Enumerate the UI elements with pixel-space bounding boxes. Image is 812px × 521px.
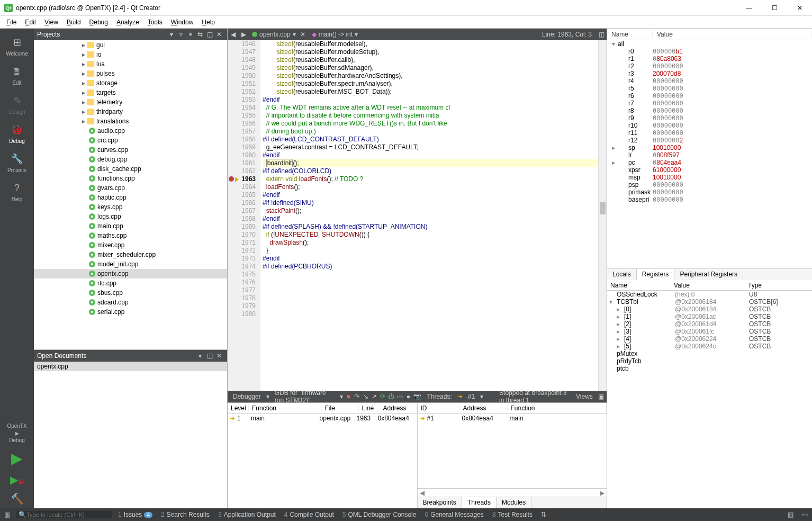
folder-storage[interactable]: ▸storage: [34, 78, 227, 88]
registers-view[interactable]: ▾allr0000000b1r1080a8063r200000000r32000…: [607, 40, 812, 268]
minimize-button[interactable]: —: [741, 4, 757, 12]
register-pc[interactable]: ▸pc0804eaa4: [607, 159, 812, 166]
file-rtc.cpp[interactable]: rtc.cpp: [34, 279, 227, 288]
debug-target-selector[interactable]: GDB for "firmware (on STM32)": [272, 389, 338, 404]
output-pane-compile-output[interactable]: 4 Compile Output: [280, 511, 338, 518]
register-r3[interactable]: r3200070d8: [607, 70, 812, 77]
folder-lua[interactable]: ▸lua: [34, 59, 227, 69]
file-logs.cpp[interactable]: logs.cpp: [34, 212, 227, 221]
menu-build[interactable]: Build: [62, 17, 85, 28]
opendocs-dropdown-icon[interactable]: ▾: [195, 352, 205, 360]
file-debug.cpp[interactable]: debug.cpp: [34, 155, 227, 164]
menu-file[interactable]: File: [2, 17, 21, 28]
split-icon[interactable]: ◫: [205, 31, 214, 38]
register-r0[interactable]: r0000000b1: [607, 48, 812, 55]
local-2[interactable]: ▸[2]@0x200061d4OSTCB: [607, 320, 812, 328]
local-1[interactable]: ▸[1]@0x200061acOSTCB: [607, 313, 812, 320]
register-psp[interactable]: psp00000000: [607, 181, 812, 188]
file-sbus.cpp[interactable]: sbus.cpp: [34, 288, 227, 298]
file-curves.cpp[interactable]: curves.cpp: [34, 145, 227, 155]
register-r5[interactable]: r500000000: [607, 85, 812, 92]
register-r6[interactable]: r600000000: [607, 92, 812, 100]
folder-gui[interactable]: ▸gui: [34, 40, 227, 50]
tab-peripheral-registers[interactable]: Peripheral Registers: [674, 269, 743, 280]
crumb-dropdown-icon[interactable]: ▾: [355, 31, 358, 38]
folder-pulses[interactable]: ▸pulses: [34, 69, 227, 78]
debug-misc-icon[interactable]: ▭: [396, 393, 403, 400]
kit-selector[interactable]: OpenTX ▸ Debug: [0, 420, 34, 446]
code-editor[interactable]: 1946194719481949195019511952195319541955…: [228, 40, 607, 391]
output-pane-issues[interactable]: 1 Issues 4: [114, 511, 157, 518]
file-maths.cpp[interactable]: maths.cpp: [34, 231, 227, 240]
debugger-dropdown-icon[interactable]: ▾: [266, 393, 269, 400]
register-primask[interactable]: primask00000000: [607, 188, 812, 196]
step-over-icon[interactable]: ↷: [354, 393, 360, 400]
target-dropdown-icon[interactable]: ▾: [340, 393, 343, 400]
open-documents-list[interactable]: opentx.cpp: [34, 362, 227, 508]
mode-projects[interactable]: 🔧Projects: [6, 148, 28, 177]
local-3[interactable]: ▸[3]@0x200061fcOSTCB: [607, 328, 812, 335]
file-main.cpp[interactable]: main.cpp: [34, 221, 227, 231]
output-pane-application-output[interactable]: 3 Application Output: [214, 511, 280, 518]
register-r7[interactable]: r700000000: [607, 100, 812, 107]
file-audio.cpp[interactable]: audio.cpp: [34, 126, 227, 136]
file-sdcard.cpp[interactable]: sdcard.cpp: [34, 298, 227, 307]
sync-icon[interactable]: ⇆: [195, 31, 205, 38]
debug-continue-icon[interactable]: ■: [345, 393, 351, 400]
register-basepri[interactable]: basepri00000000: [607, 196, 812, 203]
filter-icon[interactable]: ▿: [176, 31, 186, 38]
file-crc.cpp[interactable]: crc.cpp: [34, 136, 227, 145]
tab-locals[interactable]: Locals: [607, 269, 637, 280]
register-sp[interactable]: ▸sp10010000: [607, 144, 812, 151]
opendocs-split-icon[interactable]: ◫: [205, 352, 214, 360]
mode-design[interactable]: ✎Design: [6, 90, 28, 119]
tab-breakpoints[interactable]: Breakpoints: [418, 497, 462, 508]
register-r11[interactable]: r1100000000: [607, 129, 812, 137]
progress-icon[interactable]: ▭: [798, 511, 812, 518]
menu-view[interactable]: View: [40, 17, 62, 28]
views-lock-icon[interactable]: ▣: [598, 393, 605, 400]
toggle-sidebar-icon[interactable]: ▥: [0, 511, 14, 518]
local-0[interactable]: ▸[0]@0x20006184OSTCB: [607, 306, 812, 313]
locals-view[interactable]: OSSchedLock(hex) 0U8▾TCBTbl@0x20006184OS…: [607, 291, 812, 508]
file-tab[interactable]: opentx.cpp ▾ ✕: [249, 31, 309, 38]
tab-modules[interactable]: Modules: [497, 497, 531, 508]
thread-#1[interactable]: ➔#10x804eaa4main: [418, 414, 607, 423]
menu-edit[interactable]: Edit: [21, 17, 40, 28]
editor-split-icon[interactable]: ◫: [596, 31, 607, 38]
register-r4[interactable]: r400000000: [607, 77, 812, 85]
mode-welcome[interactable]: ⊞Welcome: [6, 32, 28, 61]
scroll-right-icon[interactable]: ▶: [598, 489, 607, 497]
folder-translations[interactable]: ▸translations: [34, 116, 227, 126]
file-serial.cpp[interactable]: serial.cpp: [34, 307, 227, 317]
file-disk_cache.cpp[interactable]: disk_cache.cpp: [34, 164, 227, 174]
output-pane-qml-debugger-console[interactable]: 5 QML Debugger Console: [338, 511, 421, 518]
folder-telemetry[interactable]: ▸telemetry: [34, 97, 227, 107]
stop-icon[interactable]: ⏻: [388, 393, 394, 400]
thread-selector[interactable]: #1: [465, 393, 478, 400]
register-xpsr[interactable]: xpsr61000000: [607, 166, 812, 174]
folder-thirdparty[interactable]: ▸thirdparty: [34, 107, 227, 116]
local-5[interactable]: ▸[5]@0x2000624cOSTCB: [607, 343, 812, 350]
toggle-right-sidebar-icon[interactable]: ▥: [783, 511, 798, 518]
cursor-position[interactable]: Line: 1963, Col: 3: [538, 31, 596, 38]
local-TCBTbl[interactable]: ▾TCBTbl@0x20006184OSTCB[6]: [607, 298, 812, 306]
file-haptic.cpp[interactable]: haptic.cpp: [34, 193, 227, 202]
menu-help[interactable]: Help: [197, 17, 219, 28]
step-into-icon[interactable]: ↘: [362, 393, 368, 400]
snapshot-icon[interactable]: 📷: [413, 393, 421, 400]
step-out-icon[interactable]: ↗: [371, 393, 377, 400]
mode-edit[interactable]: 🗎Edit: [6, 61, 28, 90]
close-button[interactable]: ✕: [792, 4, 808, 12]
menu-window[interactable]: Window: [167, 17, 198, 28]
register-lr[interactable]: lr0808f597: [607, 151, 812, 159]
symbol-crumb[interactable]: ◆ main() -> int ▾: [309, 31, 361, 38]
file-close-icon[interactable]: ✕: [300, 31, 305, 38]
register-r9[interactable]: r900000000: [607, 114, 812, 122]
folder-io[interactable]: ▸io: [34, 50, 227, 59]
locator-input[interactable]: 🔍: [16, 511, 112, 518]
register-r8[interactable]: r800000000: [607, 107, 812, 114]
file-gvars.cpp[interactable]: gvars.cpp: [34, 183, 227, 193]
register-msp[interactable]: msp10010000: [607, 174, 812, 181]
link-icon[interactable]: ⚭: [186, 31, 195, 38]
